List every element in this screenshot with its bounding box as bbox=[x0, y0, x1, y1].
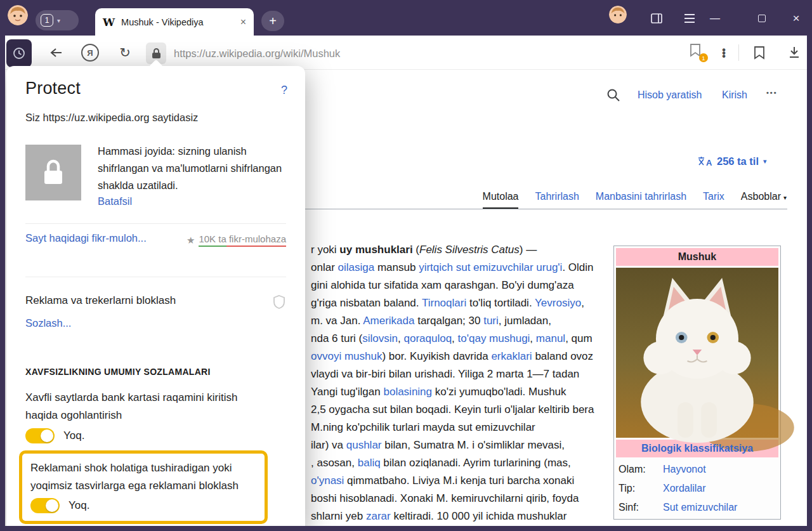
article-link[interactable]: Amerikada bbox=[363, 315, 414, 327]
article-link[interactable]: baliq bbox=[358, 457, 381, 469]
kitten-photo[interactable] bbox=[616, 268, 778, 438]
address-menu-button[interactable]: ••• bbox=[717, 43, 731, 62]
protect-status-button[interactable]: 1 bbox=[689, 43, 705, 62]
article-line: vlaydi va bir-biri bilan urishadi. Yilig… bbox=[311, 365, 604, 383]
article-text-segment: baland ovoz bbox=[532, 350, 593, 362]
article-text-segment: , qum bbox=[565, 332, 593, 344]
article-text-segment: vlaydi va bir-biri bilan urishadi. Yilig… bbox=[311, 368, 579, 380]
shock-ads-label: Reklamani shok holatiga tushiradigan yok… bbox=[30, 459, 254, 495]
article-link[interactable]: yirtqich sut emizuvchilar bbox=[419, 261, 533, 273]
article-link[interactable]: qushlar bbox=[346, 439, 382, 451]
minimize-icon: — bbox=[710, 13, 720, 24]
tab-bar: 1 ▾ W Mushuk - Vikipediya × + bbox=[0, 0, 812, 36]
article-link[interactable]: to'qay mushugi bbox=[458, 332, 530, 344]
profile-avatar[interactable] bbox=[8, 5, 28, 25]
article-line: onlar oilasiga mansub yirtqich sut emizu… bbox=[311, 259, 604, 277]
browser-menu-button[interactable] bbox=[681, 10, 698, 27]
create-account-link[interactable]: Hisob yaratish bbox=[638, 89, 702, 101]
help-link[interactable]: ? bbox=[281, 84, 287, 97]
shock-ads-toggle-row: Yoq. bbox=[30, 498, 256, 513]
browser-tab[interactable]: W Mushuk - Vikipediya × bbox=[95, 8, 254, 36]
wiki-tab-tahrirlash[interactable]: Tahrirlash bbox=[535, 191, 579, 207]
user-avatar[interactable] bbox=[609, 6, 627, 23]
shield-icon bbox=[272, 294, 286, 312]
article-link[interactable]: turi bbox=[483, 315, 499, 327]
shock-ads-state: Yoq. bbox=[69, 499, 89, 512]
new-tab-button[interactable]: + bbox=[261, 11, 284, 31]
close-window-button[interactable]: × bbox=[787, 10, 806, 27]
wikipedia-favicon: W bbox=[103, 16, 115, 29]
article-link[interactable]: erkaklari bbox=[491, 350, 532, 362]
language-selector-button[interactable]: A 256 ta til ▾ bbox=[698, 155, 767, 167]
article-link[interactable]: ovvoyi mushuk bbox=[311, 350, 382, 362]
language-count-label: 256 ta til bbox=[717, 155, 759, 167]
article-line: o'ynasi qimmatbaho. Liviya M.i kenja tur… bbox=[311, 472, 604, 490]
reload-button[interactable]: ↻ bbox=[115, 43, 134, 62]
details-link[interactable]: Batafsil bbox=[98, 195, 132, 207]
article-text-segment: ) — bbox=[520, 244, 537, 256]
article-text-segment: shlarni yeb bbox=[311, 510, 366, 522]
minimize-button[interactable]: — bbox=[705, 10, 724, 27]
article-link[interactable]: Yevrosiyo bbox=[535, 297, 581, 309]
article-link[interactable]: zarar bbox=[366, 510, 391, 522]
article-text-segment: 2,5 oygacha sut bilan boqadi. Keyin turl… bbox=[311, 403, 594, 416]
wiki-tab-tarix[interactable]: Tarix bbox=[703, 191, 724, 207]
chevron-down-icon: ▾ bbox=[57, 17, 60, 24]
plus-icon: + bbox=[269, 14, 277, 29]
maximize-button[interactable] bbox=[752, 10, 771, 27]
avatar-image bbox=[609, 6, 627, 23]
article-text-segment: keltiradi. 10 000 yil ichida mushuklar bbox=[391, 510, 567, 522]
article-text-segment: bilan, Sumatra M. i o'simliklar mevasi, bbox=[382, 439, 565, 451]
infobox-row-label: Olam: bbox=[616, 460, 660, 479]
infobox-row-value[interactable]: Xordalilar bbox=[660, 479, 778, 498]
personal-tools-overflow[interactable]: ••• bbox=[766, 89, 778, 96]
article-text-segment: bilan oziqlanadi. Ayrim turlarining (mas… bbox=[381, 457, 571, 469]
close-icon: × bbox=[792, 11, 799, 25]
protect-popup: Protect ? Siz https://uz.wikipedia.org s… bbox=[6, 66, 305, 531]
article-link[interactable]: o'ynasi bbox=[311, 475, 344, 487]
lock-icon bbox=[42, 159, 65, 187]
article-line: Yangi tug'ilgan bolasining ko'zi yumuqbo… bbox=[311, 383, 604, 401]
collections-button[interactable] bbox=[751, 43, 768, 62]
yandex-search-button[interactable]: Я bbox=[81, 44, 99, 62]
wiki-tab-manbasini-tahrirlash[interactable]: Manbasini tahrirlash bbox=[596, 191, 686, 207]
clock-icon bbox=[12, 46, 26, 60]
downloads-button[interactable] bbox=[785, 43, 803, 62]
article-text-segment: , bbox=[530, 332, 535, 344]
tab-title: Mushuk - Vikipediya bbox=[121, 17, 234, 27]
article-link[interactable]: oilasiga bbox=[338, 261, 375, 273]
bank-warning-toggle[interactable] bbox=[25, 428, 55, 443]
back-button[interactable] bbox=[47, 43, 66, 62]
wiki-tab-asboblar[interactable]: Asboblar▾ bbox=[741, 191, 787, 207]
hamburger-icon bbox=[684, 14, 695, 15]
article-link[interactable]: manul bbox=[536, 332, 565, 344]
article-link[interactable]: Tirnoqlari bbox=[422, 297, 466, 309]
infobox-row-value[interactable]: Hayvonot bbox=[660, 460, 778, 479]
panel-icon bbox=[650, 12, 663, 25]
login-link[interactable]: Kirish bbox=[722, 89, 747, 101]
maximize-icon bbox=[758, 15, 766, 22]
tab-group-button[interactable]: 1 ▾ bbox=[36, 10, 79, 30]
article-link[interactable]: silovsin bbox=[362, 332, 398, 344]
sidebar-toggle-button[interactable] bbox=[6, 39, 32, 67]
article-link[interactable]: urug'i bbox=[536, 261, 562, 273]
adblock-settings-link[interactable]: Sozlash... bbox=[25, 317, 71, 329]
infobox-row-value[interactable]: Sut emizuvchilar bbox=[660, 498, 778, 517]
article-line: , asosan, baliq bilan oziqlanadi. Ayrim … bbox=[311, 454, 604, 472]
search-icon bbox=[606, 88, 621, 103]
article-link[interactable]: qoraquloq bbox=[403, 332, 452, 344]
bank-warning-label: Xavfli saytlarda bank kartasi raqamini k… bbox=[25, 389, 261, 424]
article-text-segment: uy mushuklari bbox=[339, 244, 412, 256]
infobox-row: Tip:Xordalilar bbox=[616, 479, 778, 498]
tab-close-icon[interactable]: × bbox=[240, 16, 246, 28]
address-bar[interactable]: https://uz.wikipedia.org/wiki/Mushuk bbox=[174, 45, 340, 62]
site-status-text: Siz https://uz.wikipedia.org saytidasiz bbox=[25, 112, 198, 124]
shock-ads-toggle[interactable] bbox=[30, 498, 60, 513]
svg-text:A: A bbox=[706, 158, 712, 167]
search-button[interactable] bbox=[606, 88, 622, 104]
bank-warning-toggle-row: Yoq. bbox=[25, 428, 84, 443]
wiki-tab-mutolaa[interactable]: Mutolaa bbox=[483, 191, 519, 209]
side-panel-button[interactable] bbox=[648, 10, 665, 27]
article-link[interactable]: bolasining bbox=[383, 386, 432, 398]
site-feedback-link[interactable]: Sayt haqidagi fikr-muloh... bbox=[25, 232, 147, 244]
